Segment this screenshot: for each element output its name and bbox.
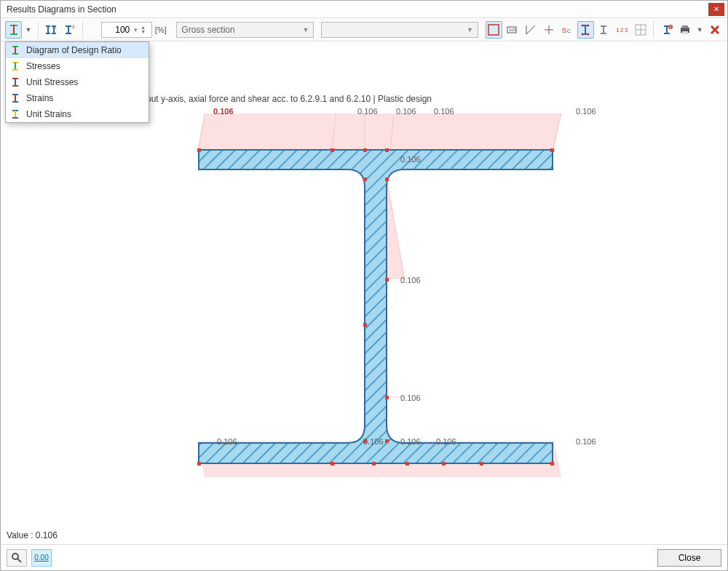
stress-point-node: [480, 462, 483, 466]
value-label: 0.106: [400, 394, 421, 402]
value-label: 0.106: [400, 437, 421, 446]
value-label: 0.106: [576, 437, 596, 446]
stress-point-node: [550, 148, 554, 152]
stress-point-node: [405, 462, 409, 466]
stress-point-node: [385, 148, 389, 152]
value-label: 0.106: [363, 437, 384, 446]
menu-item-design-ratio[interactable]: Diagram of Design Ratio: [6, 42, 149, 58]
svg-point-76: [12, 554, 18, 559]
close-button[interactable]: Close: [657, 549, 721, 567]
value-label: 0.106: [213, 107, 234, 116]
footer-bar: 0.00 Close: [1, 544, 727, 570]
stress-point-node: [331, 148, 334, 152]
menu-item-strains[interactable]: Strains: [6, 90, 149, 106]
stress-point-node: [385, 278, 389, 281]
i-icon-green-red: [10, 45, 20, 55]
stress-point-node: [363, 323, 367, 327]
menu-item-stresses[interactable]: Stresses: [6, 58, 149, 74]
value-label: 0.106: [400, 155, 421, 164]
stress-point-node: [442, 462, 446, 466]
stress-point-node: [385, 439, 389, 443]
units-button[interactable]: 0.00: [31, 549, 52, 567]
i-icon-yellow-green: [10, 61, 20, 71]
menu-label: Stresses: [26, 61, 60, 71]
menu-label: Unit Strains: [26, 109, 71, 119]
menu-label: Strains: [26, 93, 53, 103]
value-label: 0.106: [434, 107, 454, 116]
value-label: 0.106: [217, 437, 237, 446]
value-label: 0.106: [400, 276, 421, 284]
value-label: 0.106: [357, 107, 378, 116]
i-icon-blue-yellow: [10, 109, 20, 119]
value-label: 0.106: [436, 437, 456, 446]
stress-point-node: [331, 462, 334, 466]
help-key-icon: [12, 553, 22, 563]
stress-point-node: [372, 462, 376, 466]
stress-point-node: [385, 396, 389, 399]
stress-point-node: [550, 462, 554, 466]
i-icon-blue-red: [10, 93, 20, 103]
value-label: 0.106: [396, 107, 416, 116]
menu-label: Diagram of Design Ratio: [26, 45, 122, 55]
stress-point-node: [385, 177, 389, 181]
menu-item-unit-stresses[interactable]: Unit Stresses: [6, 74, 149, 90]
value-label: 0.106: [576, 107, 596, 116]
current-value-readout: Value : 0.106: [7, 530, 58, 540]
stress-point-node: [197, 148, 201, 152]
stress-point-node: [363, 177, 367, 181]
stress-point-node: [363, 148, 367, 152]
stress-point-node: [197, 462, 201, 466]
i-icon-red-blue: [10, 77, 20, 87]
menu-item-unit-strains[interactable]: Unit Strains: [6, 106, 149, 122]
help-button[interactable]: [7, 549, 27, 567]
svg-line-77: [17, 559, 21, 562]
diagram-type-menu: Diagram of Design Ratio Stresses Unit St…: [5, 41, 149, 123]
menu-label: Unit Stresses: [26, 77, 78, 87]
